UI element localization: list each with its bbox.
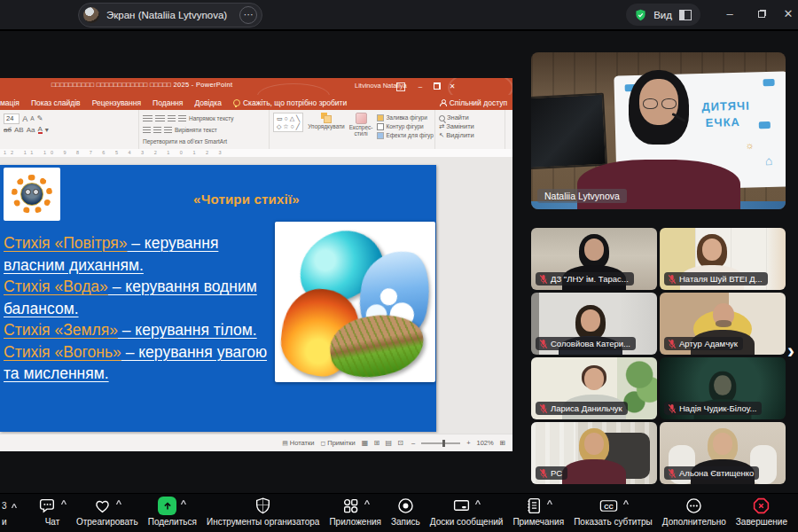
notes-icon [524,497,543,515]
svg-text:CC: CC [604,504,613,511]
tab-options-icon[interactable]: ⋯ [239,6,257,24]
toolbar-item-label: и [2,517,7,527]
ruler-numbers: 12 11 10 9 8 7 6 5 4 3 2 1 0 1 2 3 [0,149,512,157]
toolbar-item-label: Отреагировать [76,517,138,527]
toolbar-end-meeting[interactable]: Завершение [736,497,787,527]
toolbar-more[interactable]: Дополнительно [662,497,726,527]
slide-line: Стихія «Повітря» – керування власним дих… [4,232,282,276]
shared-screen-powerpoint: □□□□□□□□□□ □□□□□□□□□□□□ □□□□□ 2025 - Pow… [0,78,512,451]
muted-mic-icon [539,274,548,285]
chevron-up-icon: ∧ [10,502,18,510]
participant-tile-2[interactable]: Наталя Шуй ВТЕІ Д... [660,228,786,290]
view-menu-label: Вид [653,10,672,20]
ribbon-display-options-icon [396,82,405,91]
toolbar-notes[interactable]: ∧ Примечания [512,497,564,527]
zoom-slider-thumb [442,440,445,447]
toolbar-item-label: Дополнительно [662,517,726,527]
chevron-up-icon[interactable]: ∧ [180,498,188,506]
participant-tile-7[interactable]: РС [531,422,657,484]
ppt-menu-view: Подання [153,98,183,107]
ppt-slide-canvas: «Чотири стихії» Стихія «Повітря» – керув… [0,157,512,434]
meeting-topbar: Экран (Nataliia Lytvynova) ⋯ Вид – ✕ [0,0,798,31]
muted-mic-icon [539,468,548,479]
toolbar-item-label: Завершение [736,517,787,527]
participant-tile-6[interactable]: Надія Чудик-Білоу... [660,357,786,419]
ppt-close-icon: ✕ [444,78,460,95]
chevron-up-icon[interactable]: ∧ [473,498,481,506]
participant-tile-4[interactable]: Артур Адамчук [660,293,786,355]
security-shield-icon [635,9,646,21]
numbering-icon [155,115,165,121]
participant-tile-8[interactable]: Альона Євтищенко [660,422,786,484]
toolbar-participants-partial[interactable]: 3∧ и [2,497,28,527]
muted-mic-icon [539,339,548,349]
toolbar-subtitles[interactable]: CC ∧ Показать субтитры [574,497,653,527]
chevron-up-icon[interactable]: ∧ [59,498,67,506]
toolbar-react[interactable]: ∧ Отреагировать [76,497,138,527]
participant-tile-5[interactable]: Лариса Данильчук [531,357,657,419]
participant-name-tag: Наталя Шуй ВТЕІ Д... [664,272,768,286]
next-participants-arrow[interactable]: › [787,340,794,362]
ppt-menu-review: Рецензування [92,98,141,107]
ppt-menubar: мація Показ слайдів Рецензування Подання… [0,95,512,110]
participant-tile-1[interactable]: ДЗ "ЛНУ ім. Тарас... [531,228,657,290]
toolbar-share-screen[interactable]: ∧ Поделиться [148,497,197,527]
person-icon [440,99,447,106]
end-meeting-icon [752,497,771,515]
zoom-in-icon: + [466,439,470,447]
toolbar-message-boards[interactable]: ∧ Доски сообщений [430,497,504,527]
slide-title: «Чотири стихії» [62,192,431,207]
dropdown-icon: ▾ [45,126,49,134]
participant-name-tag: Лариса Данильчук [536,402,628,415]
minimize-button[interactable]: – [716,0,743,27]
participant-name: Артур Адамчук [679,339,738,348]
select-icon: ↖ [439,132,444,139]
view-menu-button[interactable]: Вид [626,4,700,26]
presenter-silhouette [531,52,786,209]
arrange-icon [321,113,332,123]
chevron-up-icon[interactable]: ∧ [622,498,630,506]
toolbar-record[interactable]: Запись [391,497,420,527]
participant-name-tag: Артур Адамчук [664,337,743,350]
chevron-up-icon[interactable]: ∧ [546,498,554,506]
strikethrough-icon: аб [4,126,12,134]
toolbar-apps[interactable]: ∧ Приложения [329,497,381,527]
smartart-button: Перетворити на об'єкт SmartArt [143,138,227,145]
ppt-window-title: □□□□□□□□□□ □□□□□□□□□□□□ □□□□□ 2025 - Pow… [51,81,232,89]
shrink-font-icon: A [30,115,34,121]
participant-name: РС [551,468,562,478]
close-button[interactable]: ✕ [775,0,798,27]
shape-effects-button: Ефекти для фігур [377,132,434,139]
apps-icon [341,497,360,515]
presenter-video-tile[interactable]: ДИТЯЧІ ЕЧКА ⌂⌂ ☼ ⌂ Nataliia Lytvynova [531,52,786,209]
zoom-level: 102% [477,439,494,447]
font-size-box: 24 [4,113,20,124]
glasses-icon [661,98,677,109]
titlebar-decoration [257,83,330,95]
slide-line: Стихія «Вогонь» – керування увагою та ми… [4,341,282,385]
shape-outline-button: Контур фігури [377,123,434,130]
participant-name: ДЗ "ЛНУ ім. Тарас... [551,274,629,284]
ppt-menu-animation-partial: мація [0,98,20,107]
restore-button[interactable] [748,0,775,27]
screen-share-tab-label: Экран (Nataliia Lytvynova) [106,10,227,20]
chevron-up-icon[interactable]: ∧ [114,498,122,506]
chevron-up-icon[interactable]: ∧ [363,498,371,506]
toolbar-item-label: Поделиться [148,517,197,527]
chat-icon [38,497,57,515]
toolbar-chat[interactable]: ∧ Чат [38,497,66,527]
line-spacing-icon [178,115,186,121]
toolbar-host-tools[interactable]: Инструменты организатора [207,497,319,527]
slide-line: Стихія «Вода» – керування водним балансо… [4,276,282,319]
comments-button: ◻Примітки [320,439,355,447]
replace-button: ⇄Замінити [439,123,501,130]
screen-share-tab[interactable]: Экран (Nataliia Lytvynova) ⋯ [78,3,262,27]
restore-icon [758,10,766,18]
participant-tile-3[interactable]: Соловйова Катери... [531,293,657,355]
find-button: Знайти [439,114,501,121]
align-center-icon [153,127,161,133]
notes-button: ▤Нотатки [282,439,314,447]
participant-name: Надія Чудик-Білоу... [679,403,756,413]
toolbar-item-label: Примечания [512,517,564,527]
notes-icon: ▤ [282,440,288,447]
